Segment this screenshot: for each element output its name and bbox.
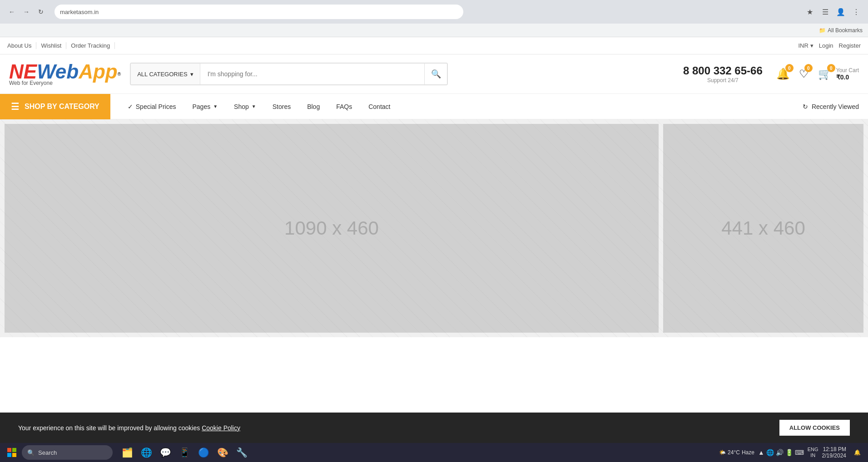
nav-pages-arrow: ▼ xyxy=(213,104,218,109)
search-button[interactable]: 🔍 xyxy=(424,64,447,84)
phone-info: 8 800 332 65-66 Support 24/7 xyxy=(683,64,763,84)
wishlist-link[interactable]: Wishlist xyxy=(36,42,66,49)
nav-shop[interactable]: Shop ▼ xyxy=(226,94,264,119)
notifications-icon-item[interactable]: 🔔 0 xyxy=(776,68,790,80)
bookmarks-bar: 📁 All Bookmarks xyxy=(0,24,868,37)
nav-contact-label: Contact xyxy=(368,103,390,110)
currency-dropdown-icon: ▾ xyxy=(810,42,813,49)
nav-special-prices[interactable]: ✓ Special Prices xyxy=(119,94,184,119)
browser-chrome: ← → ↻ marketasom.in ★ ☰ 👤 ⋮ xyxy=(0,0,868,24)
top-utility-left: About Us Wishlist Order Tracking xyxy=(7,42,115,49)
recently-viewed-icon: ↻ xyxy=(803,103,808,110)
nav-blog-label: Blog xyxy=(307,103,320,110)
nav-links: ✓ Special Prices Pages ▼ Shop ▼ Stores B… xyxy=(119,94,399,119)
recently-viewed-button[interactable]: ↻ Recently Viewed xyxy=(794,94,868,119)
search-input[interactable] xyxy=(200,64,424,84)
nav-bar: ☰ SHOP BY CATEGORY ✓ Special Prices Page… xyxy=(0,94,868,119)
login-link[interactable]: Login xyxy=(819,42,833,49)
cart-area[interactable]: 🛒 0 Your Cart ₹0.0 xyxy=(818,67,859,81)
nav-pages[interactable]: Pages ▼ xyxy=(184,94,226,119)
top-utility-bar: About Us Wishlist Order Tracking INR ▾ L… xyxy=(0,37,868,54)
category-label: ALL CATEGORIES xyxy=(137,71,188,78)
url-text: marketasom.in xyxy=(60,9,99,15)
category-select[interactable]: ALL CATEGORIES ▾ xyxy=(131,64,200,84)
cart-label: Your Cart xyxy=(836,67,859,74)
phone-number: 8 800 332 65-66 xyxy=(683,64,763,77)
back-button[interactable]: ← xyxy=(5,5,18,18)
cart-info: Your Cart ₹0.0 xyxy=(836,67,859,81)
currency-selector[interactable]: INR ▾ xyxy=(798,42,813,49)
recently-viewed-label: Recently Viewed xyxy=(812,103,859,110)
search-icon: 🔍 xyxy=(431,69,441,79)
logo-ne: NE xyxy=(9,60,37,83)
currency-label: INR xyxy=(798,42,808,49)
top-utility-right: INR ▾ Login Register xyxy=(798,42,861,49)
logo[interactable]: NEWebApp® Web for Everyone xyxy=(9,62,121,86)
hero-side-banner[interactable]: 441 x 460 xyxy=(663,124,863,333)
cart-amount: ₹0.0 xyxy=(836,74,859,81)
logo-area: NEWebApp® Web for Everyone xyxy=(9,62,121,86)
nav-shop-label: Shop xyxy=(234,103,249,110)
profile-button[interactable]: 👤 xyxy=(834,5,847,18)
bookmarks-label: All Bookmarks xyxy=(828,27,863,34)
logo-registered: ® xyxy=(118,72,121,77)
nav-contact[interactable]: Contact xyxy=(360,94,398,119)
more-options-button[interactable]: ⋮ xyxy=(850,5,863,18)
nav-shop-arrow: ▼ xyxy=(252,104,256,109)
all-bookmarks[interactable]: 📁 All Bookmarks xyxy=(819,27,863,34)
nav-faqs[interactable]: FAQs xyxy=(328,94,360,119)
nav-faqs-label: FAQs xyxy=(336,103,352,110)
shop-by-category-button[interactable]: ☰ SHOP BY CATEGORY xyxy=(0,94,110,119)
header-right: 8 800 332 65-66 Support 24/7 🔔 0 ♡ 0 🛒 0 xyxy=(683,64,859,84)
hero-main-banner[interactable]: 1090 x 460 xyxy=(5,124,659,333)
register-link[interactable]: Register xyxy=(839,42,861,49)
cart-icon-item: 🛒 0 xyxy=(818,68,832,80)
forward-button[interactable]: → xyxy=(20,5,33,18)
logo-web: Web xyxy=(37,60,79,83)
bookmarks-folder-icon: 📁 xyxy=(819,27,826,34)
reading-mode-button[interactable]: ☰ xyxy=(819,5,832,18)
nav-pages-label: Pages xyxy=(192,103,210,110)
nav-blog[interactable]: Blog xyxy=(299,94,328,119)
notifications-badge: 0 xyxy=(785,64,794,72)
bookmark-button[interactable]: ★ xyxy=(804,5,816,18)
search-area: ALL CATEGORIES ▾ 🔍 xyxy=(130,63,448,85)
header-icons: 🔔 0 ♡ 0 🛒 0 Your Cart ₹0.0 xyxy=(776,67,859,81)
site-header: NEWebApp® Web for Everyone ALL CATEGORIE… xyxy=(0,54,868,94)
hero-side-size-label: 441 x 460 xyxy=(721,217,805,239)
nav-special-prices-label: Special Prices xyxy=(136,103,176,110)
wishlist-icon-item[interactable]: ♡ 0 xyxy=(799,68,809,80)
browser-actions: ★ ☰ 👤 ⋮ xyxy=(804,5,863,18)
about-us-link[interactable]: About Us xyxy=(7,42,36,49)
shop-by-category-label: SHOP BY CATEGORY xyxy=(25,103,99,111)
phone-support: Support 24/7 xyxy=(683,77,763,84)
reload-button[interactable]: ↻ xyxy=(35,5,47,18)
logo-app: App xyxy=(79,60,118,83)
hamburger-icon: ☰ xyxy=(11,101,19,112)
hero-main-size-label: 1090 x 460 xyxy=(284,217,379,239)
address-bar[interactable]: marketasom.in xyxy=(55,5,463,19)
nav-stores-label: Stores xyxy=(273,103,291,110)
wishlist-badge: 0 xyxy=(804,64,813,72)
tag-icon: ✓ xyxy=(128,103,133,110)
nav-stores[interactable]: Stores xyxy=(264,94,299,119)
order-tracking-link[interactable]: Order Tracking xyxy=(66,42,115,49)
hero-section: 1090 x 460 441 x 460 xyxy=(0,119,868,337)
cart-badge: 0 xyxy=(827,64,835,72)
browser-nav-buttons: ← → ↻ xyxy=(5,5,47,18)
category-dropdown-icon: ▾ xyxy=(190,71,193,78)
